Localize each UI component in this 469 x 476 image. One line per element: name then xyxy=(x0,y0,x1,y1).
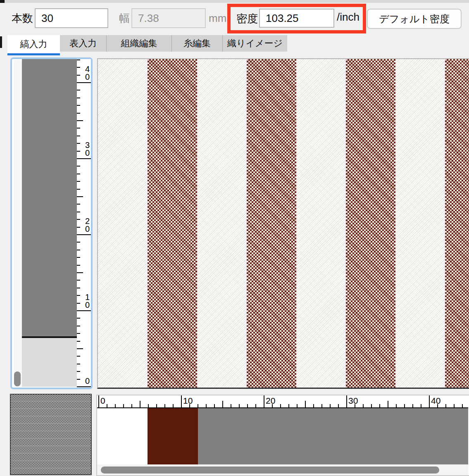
ruler-tick xyxy=(77,120,83,121)
ruler-label: 3 0 xyxy=(85,141,90,157)
ruler-tick xyxy=(255,404,256,407)
ruler-tick xyxy=(77,82,91,83)
width-input xyxy=(131,8,206,28)
weft-segment xyxy=(22,337,77,387)
ruler-tick xyxy=(181,395,182,407)
ruler-tick xyxy=(297,404,298,407)
ruler-label: 4 0 xyxy=(85,65,90,81)
ruler-tick xyxy=(77,98,80,98)
ruler-tick xyxy=(77,234,91,235)
ruler-tick xyxy=(77,181,80,182)
ruler-tick xyxy=(404,404,405,407)
ruler-tick xyxy=(321,404,322,407)
tab-table-input[interactable]: 表入力 xyxy=(60,35,106,52)
ruler-tick xyxy=(77,212,80,212)
thread-count-input[interactable] xyxy=(35,8,108,28)
ruler-label: 2 0 xyxy=(85,217,90,233)
fabric-brown-stripe xyxy=(247,59,296,388)
ruler-tick xyxy=(77,204,80,205)
weft-color-bar[interactable] xyxy=(22,59,77,388)
ruler-tick xyxy=(77,105,80,106)
warp-scrollbar-thumb[interactable] xyxy=(101,466,439,474)
ruler-label: 0 xyxy=(100,396,105,406)
ruler-tick xyxy=(77,113,80,114)
ruler-tick xyxy=(77,174,80,174)
fabric-brown-stripe xyxy=(445,59,469,388)
ruler-tick xyxy=(107,404,107,407)
ruler-tick xyxy=(313,404,314,407)
warp-scrollbar-track[interactable] xyxy=(97,464,468,475)
ruler-tick xyxy=(77,75,80,76)
ruler-tick xyxy=(77,257,80,258)
ruler-tick xyxy=(280,404,281,407)
ruler-tick xyxy=(173,404,174,407)
ruler-tick xyxy=(247,404,248,407)
warp-segment xyxy=(148,408,198,464)
ruler-tick xyxy=(77,265,80,266)
ruler-tick xyxy=(445,404,446,407)
ruler-tick xyxy=(77,242,80,243)
ruler-tick xyxy=(330,404,331,407)
ruler-tick xyxy=(77,379,80,380)
ruler-tick xyxy=(346,395,347,407)
ruler-tick xyxy=(379,404,380,407)
warp-stripe-editor[interactable]: 010203040 xyxy=(96,395,469,476)
ruler-tick xyxy=(77,189,80,190)
ruler-tick xyxy=(164,404,165,407)
density-highlight-box: 密度 /inch xyxy=(227,4,366,33)
ruler-tick xyxy=(412,404,413,407)
ruler-tick xyxy=(288,404,289,407)
ruler-tick xyxy=(77,67,80,68)
ruler-tick xyxy=(98,395,99,407)
thread-count-label: 本数 xyxy=(12,12,33,25)
ruler-tick xyxy=(77,196,83,197)
ruler-label: 0 xyxy=(85,377,90,385)
ruler-tick xyxy=(454,404,455,407)
weft-scrollbar-thumb[interactable] xyxy=(14,371,21,386)
weft-segment xyxy=(22,59,77,337)
ruler-tick xyxy=(148,404,149,407)
ruler-tick xyxy=(272,404,273,407)
weft-ruler: 01 02 03 04 0 xyxy=(77,59,91,388)
ruler-label: 30 xyxy=(348,396,358,406)
ruler-tick xyxy=(77,219,80,220)
ruler-tick xyxy=(156,404,157,407)
ruler-tick xyxy=(77,90,80,90)
ruler-tick xyxy=(338,404,339,407)
density-input[interactable] xyxy=(259,9,334,28)
ruler-tick xyxy=(77,318,80,319)
tab-stripe-input[interactable]: 縞入力 xyxy=(7,35,60,53)
tab-thread-edit[interactable]: 糸編集 xyxy=(171,35,222,52)
ruler-tick xyxy=(222,401,223,407)
ruler-tick xyxy=(77,371,80,372)
ruler-tick xyxy=(77,151,80,152)
ruler-tick xyxy=(77,356,80,357)
fabric-brown-stripe xyxy=(148,59,197,388)
ruler-tick xyxy=(239,404,240,407)
weft-scrollbar-track[interactable] xyxy=(14,60,22,387)
tab-weave-edit[interactable]: 組織編集 xyxy=(106,35,171,52)
ruler-tick xyxy=(77,386,91,387)
ruler-tick xyxy=(131,404,132,407)
ruler-tick xyxy=(77,348,83,349)
ruler-tick xyxy=(214,404,215,407)
ruler-tick xyxy=(140,401,140,407)
ruler-tick xyxy=(421,404,421,407)
default-density-button[interactable]: デフォルト密度 xyxy=(367,9,462,29)
ruler-label: 1 0 xyxy=(85,293,90,309)
ruler-tick xyxy=(363,404,364,407)
ruler-tick xyxy=(123,404,124,407)
weft-stripe-editor[interactable]: 01 02 03 04 0 xyxy=(10,57,93,389)
ruler-label: 10 xyxy=(183,396,193,406)
ruler-tick xyxy=(437,404,438,407)
ruler-tick xyxy=(77,341,80,342)
ruler-tick xyxy=(396,404,397,407)
fabric-preview xyxy=(97,58,469,389)
ruler-tick xyxy=(77,60,80,60)
weave-structure-preview[interactable] xyxy=(10,394,92,475)
width-unit-label: mm xyxy=(209,12,226,25)
ruler-tick xyxy=(462,404,463,407)
warp-color-bar[interactable] xyxy=(97,408,468,464)
tab-weave-image[interactable]: 織りイメージ xyxy=(222,35,287,52)
ruler-tick xyxy=(429,395,430,407)
